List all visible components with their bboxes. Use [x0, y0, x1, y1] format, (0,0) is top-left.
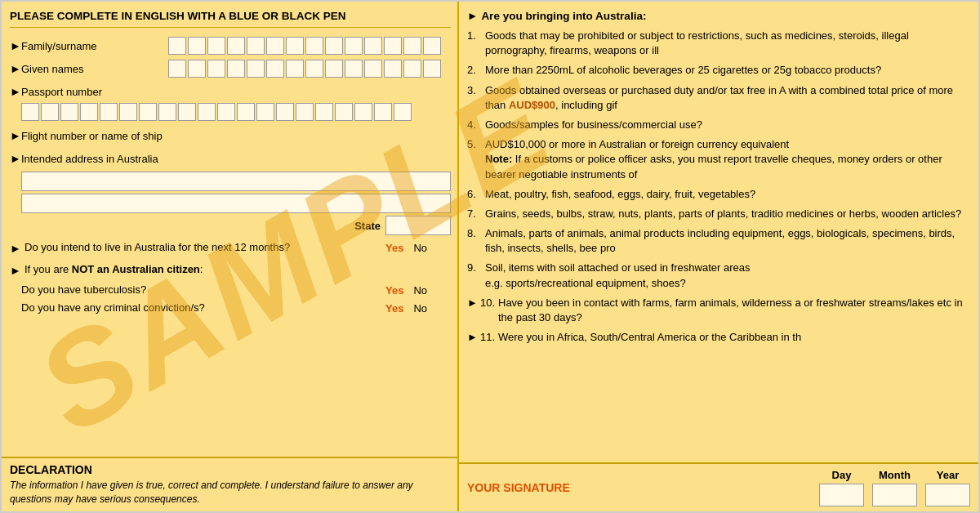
char-box[interactable] [364, 60, 382, 78]
char-box[interactable] [384, 60, 402, 78]
given-names-input[interactable] [168, 60, 451, 78]
char-box[interactable] [21, 103, 39, 121]
not-citizen-header-row: ► If you are NOT an Australian citizen: [10, 261, 451, 279]
char-box[interactable] [227, 37, 245, 55]
char-box[interactable] [198, 103, 216, 121]
char-box[interactable] [217, 103, 235, 121]
char-box[interactable] [266, 60, 284, 78]
char-box[interactable] [168, 60, 186, 78]
list-item: 3. Goods obtained overseas or purchased … [467, 83, 972, 113]
char-box[interactable] [325, 60, 343, 78]
char-box[interactable] [296, 103, 314, 121]
char-box[interactable] [237, 103, 255, 121]
char-box[interactable] [345, 37, 363, 55]
month-input[interactable] [872, 484, 917, 506]
arrow-address: ► [10, 149, 21, 167]
list-text: Goods obtained overseas or purchased dut… [485, 83, 972, 113]
arrow-flight: ► [10, 126, 21, 145]
criminal-no[interactable]: No [413, 302, 427, 314]
char-box[interactable] [315, 103, 333, 121]
char-box[interactable] [305, 60, 323, 78]
bringing-header: ► Are you bringing into Australia: [467, 10, 972, 22]
state-label: State [354, 220, 381, 232]
char-box[interactable] [403, 60, 421, 78]
char-box[interactable] [80, 103, 98, 121]
address-line-1[interactable] [21, 172, 451, 191]
state-input[interactable] [385, 216, 451, 235]
live-yes[interactable]: Yes [385, 242, 403, 254]
char-box[interactable] [394, 103, 412, 121]
list-item: 2. More than 2250mL of alcoholic beverag… [467, 63, 972, 78]
given-names-row: ► Given names [10, 59, 451, 78]
criminal-conviction-question: Do you have any criminal conviction/s? [21, 301, 382, 315]
char-box[interactable] [247, 60, 265, 78]
list-item: 8. Animals, parts of animals, animal pro… [467, 226, 972, 256]
char-box[interactable] [168, 37, 186, 55]
char-box[interactable] [227, 60, 245, 78]
char-box[interactable] [286, 37, 304, 55]
list-item: ► 11. Were you in Africa, South/Central … [467, 330, 972, 345]
address-label-row: ► Intended address in Australia [10, 149, 451, 167]
passport-input[interactable] [21, 103, 451, 121]
criminal-yes[interactable]: Yes [385, 302, 403, 314]
list-text: Goods/samples for business/commercial us… [485, 118, 972, 132]
list-text: More than 2250mL of alcoholic beverages … [485, 63, 972, 78]
char-box[interactable] [276, 103, 294, 121]
char-box[interactable] [188, 37, 206, 55]
char-box[interactable] [41, 103, 59, 121]
char-box[interactable] [345, 60, 363, 78]
char-box[interactable] [364, 37, 382, 55]
char-box[interactable] [119, 103, 137, 121]
char-box[interactable] [247, 37, 265, 55]
left-panel: PLEASE COMPLETE IN ENGLISH WITH A BLUE O… [2, 2, 459, 511]
char-box[interactable] [188, 60, 206, 78]
triangle-icon: ► [467, 10, 478, 22]
passport-section: ► Passport number [10, 82, 451, 121]
criminal-conviction-row: Do you have any criminal conviction/s? Y… [21, 301, 451, 315]
passport-label-row: ► Passport number [10, 82, 451, 100]
char-box[interactable] [403, 37, 421, 55]
char-box[interactable] [354, 103, 372, 121]
char-box[interactable] [139, 103, 157, 121]
char-box[interactable] [374, 103, 392, 121]
bringing-list: 1. Goods that may be prohibited or subje… [467, 29, 972, 345]
your-signature-label: YOUR SIGNATURE [467, 481, 570, 494]
list-num: 4. [467, 118, 485, 132]
char-box[interactable] [100, 103, 118, 121]
list-text: Were you in Africa, South/Central Americ… [498, 330, 972, 345]
char-box[interactable] [266, 37, 284, 55]
char-box[interactable] [305, 37, 323, 55]
list-num: 5. [467, 137, 485, 182]
month-group: Month [872, 469, 917, 506]
family-surname-label: Family/surname [21, 37, 168, 55]
arrow-10: ► [467, 296, 479, 325]
list-text: AUD$10,000 or more in Australian or fore… [485, 137, 972, 182]
right-panel: ► Are you bringing into Australia: 1. Go… [459, 2, 978, 511]
char-box[interactable] [286, 60, 304, 78]
address-line-2[interactable] [21, 194, 451, 213]
char-box[interactable] [325, 37, 343, 55]
char-box[interactable] [178, 103, 196, 121]
live-no[interactable]: No [413, 242, 427, 254]
char-box[interactable] [384, 37, 402, 55]
list-text: Goods that may be prohibited or subject … [485, 29, 972, 58]
declaration-section: DECLARATION The information I have given… [2, 457, 457, 511]
tb-no[interactable]: No [413, 284, 427, 297]
list-num: 11. [480, 330, 498, 345]
family-surname-input[interactable] [168, 37, 451, 55]
passport-label: Passport number [21, 83, 168, 100]
char-box[interactable] [423, 37, 441, 55]
list-item: 6. Meat, poultry, fish, seafood, eggs, d… [467, 187, 972, 202]
char-box[interactable] [207, 37, 225, 55]
char-box[interactable] [207, 60, 225, 78]
char-box[interactable] [256, 103, 274, 121]
tb-yes[interactable]: Yes [385, 284, 403, 297]
char-box[interactable] [60, 103, 78, 121]
list-num: 7. [467, 207, 485, 221]
char-box[interactable] [335, 103, 353, 121]
day-input[interactable] [819, 484, 864, 506]
list-num: 9. [467, 261, 485, 290]
char-box[interactable] [158, 103, 176, 121]
year-input[interactable] [925, 484, 970, 506]
char-box[interactable] [423, 60, 441, 78]
